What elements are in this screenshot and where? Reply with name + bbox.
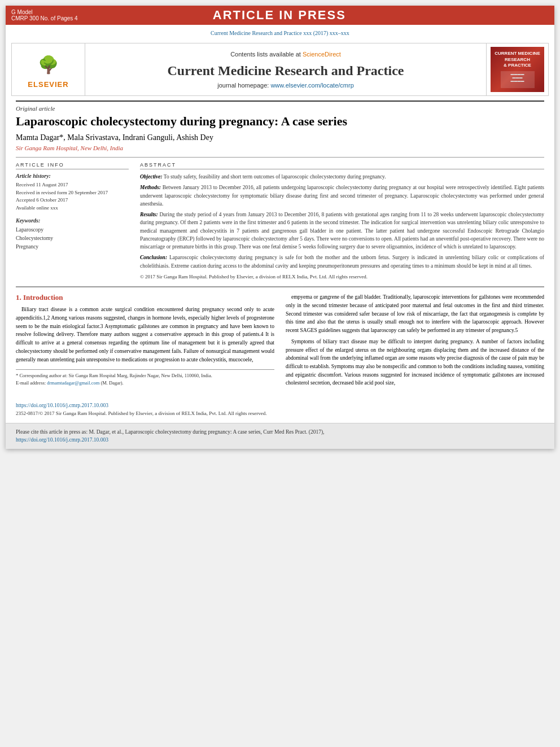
article-info-col: ARTICLE INFO Article history: Received 1… [16,162,129,281]
elsevier-logo-area: 🌳 ELSEVIER [12,43,85,95]
methods-label: Methods: [140,185,161,190]
footnote-star: * Corresponding author at: Sir Ganga Ram… [16,372,274,379]
introduction-section: 1. Introduction Biliary tract disease is… [16,293,544,390]
contents-available-line: Contents lists available at ScienceDirec… [230,51,341,58]
keyword-laparoscopy: Laparoscopy [16,226,129,234]
affiliation: Sir Ganga Ram Hospital, New Delhi, India [16,145,544,151]
abstract-objective: Objective: To study safety, feasibility … [140,173,544,181]
cite-footer-link[interactable]: https://doi.org/10.1016/j.cmrp.2017.10.0… [16,436,544,444]
article-title: Laparoscopic cholecystectomy during preg… [16,114,544,129]
received-date: Received 11 August 2017 [16,181,129,189]
journal-header: 🌳 ELSEVIER Contents lists available at S… [11,43,549,96]
article-info-section-label: ARTICLE INFO [16,162,129,169]
article-history-label: Article history: [16,173,129,179]
intro-paragraph2: empyema or gangrene of the gall bladder.… [286,293,544,335]
keyword-pregnancy: Pregnancy [16,243,129,251]
body-divider [16,286,544,287]
revised-date: Received in revised form 20 September 20… [16,189,129,197]
journal-homepage-line: journal homepage: www.elsevier.com/locat… [217,82,354,89]
article-in-press-title: ARTICLE IN PRESS [78,8,481,23]
elsevier-tree-icon: 🌳 [38,55,59,75]
abstract-methods: Methods: Between January 2013 to Decembe… [140,184,544,208]
conclusion-text: Laparoscopic cholecystectomy during preg… [140,255,544,268]
article-info-abstract: ARTICLE INFO Article history: Received 1… [16,162,544,281]
article-page: G Model CMRP 300 No. of Pages 4 ARTICLE … [6,6,554,449]
abstract-copyright: © 2017 Sir Ganga Ram Hospital. Published… [140,273,544,281]
abstract-section-label: ABSTRACT [140,162,544,169]
doi-section: https://doi.org/10.1016/j.cmrp.2017.10.0… [6,396,554,420]
intro-paragraph3: Symptoms of biliary tract disease may be… [286,338,544,387]
intro-paragraph1: Biliary tract disease is a common acute … [16,305,274,364]
abstract-body: Objective: To study safety, feasibility … [140,173,544,281]
issn-line: 2352-0817/© 2017 Sir Ganga Ram Hospital.… [16,410,544,416]
intro-left-col: 1. Introduction Biliary tract disease is… [16,293,274,390]
divider-1 [16,157,544,158]
journal-title: Current Medicine Research and Practice [167,63,404,78]
journal-citation-link[interactable]: Current Medicine Research and Practice x… [211,30,349,36]
authors-line: Mamta Dagar*, Mala Srivastava, Indrani G… [16,133,544,142]
sciencedirect-link[interactable]: ScienceDirect [303,51,341,58]
intro-right-col: empyema or gangrene of the gall bladder.… [286,293,544,390]
article-type-label: Original article [16,101,544,112]
journal-thumbnail: CURRENT MEDICINERESEARCH& PRACTICE ▬▬▬▬▬… [486,43,548,95]
keywords-label: Keywords: [16,217,129,224]
elsevier-brand-text: ELSEVIER [28,80,68,89]
journal-homepage-link[interactable]: www.elsevier.com/locate/cmrp [270,82,353,89]
available-online: Available online xxx [16,204,129,212]
objective-text: To study safety, feasibility and short t… [164,174,386,180]
intro-section-title: 1. Introduction [16,293,274,302]
journal-cover-thumb: CURRENT MEDICINERESEARCH& PRACTICE ▬▬▬▬▬… [491,47,544,92]
abstract-col: ABSTRACT Objective: To study safety, fea… [140,162,544,281]
cite-footer: Please cite this article in press as: M.… [6,423,554,449]
keywords-section: Keywords: Laparoscopy Cholecystectomy Pr… [16,217,129,252]
g-model-info: G Model CMRP 300 No. of Pages 4 [11,9,78,21]
footnote-email: E-mail address: drmamtadagar@gmail.com (… [16,379,274,387]
article-in-press-banner: G Model CMRP 300 No. of Pages 4 ARTICLE … [6,6,554,25]
abstract-conclusion: Conclusion: Laparoscopic cholecystectomy… [140,254,544,270]
article-content: Original article Laparoscopic cholecyste… [6,101,554,396]
objective-label: Objective: [140,174,163,180]
journal-header-center: Contents lists available at ScienceDirec… [85,43,486,95]
footnote-divider [16,369,274,370]
results-label: Results: [140,212,158,217]
doi-link[interactable]: https://doi.org/10.1016/j.cmrp.2017.10.0… [16,403,108,408]
methods-text: Between January 2013 to December 2016, a… [140,185,544,207]
accepted-date: Accepted 6 October 2017 [16,196,129,204]
abstract-results: Results: During the study period of 4 ye… [140,211,544,251]
conclusion-label: Conclusion: [140,255,167,260]
cite-footer-text: Please cite this article in press as: M.… [16,429,325,435]
results-text: During the study period of 4 years from … [140,212,544,250]
email-link[interactable]: drmamtadagar@gmail.com [47,380,99,386]
keyword-cholecystectomy: Cholecystectomy [16,234,129,243]
